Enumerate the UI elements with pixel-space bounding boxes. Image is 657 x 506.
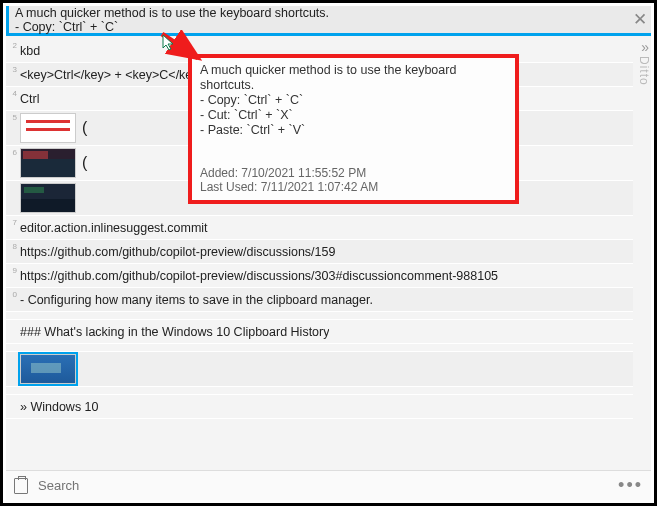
list-item[interactable]: 9https://github.com/github/copilot-previ… bbox=[6, 264, 633, 288]
item-index: 8 bbox=[7, 242, 17, 251]
tooltip-added: Added: 7/10/2021 11:55:52 PM bbox=[200, 166, 378, 180]
bottom-bar: ••• bbox=[6, 470, 651, 500]
expand-icon[interactable]: » bbox=[641, 39, 649, 55]
list-item[interactable]: 0- Configuring how many items to save in… bbox=[6, 288, 633, 312]
item-index: 9 bbox=[7, 266, 17, 275]
app-name-vertical: Ditto bbox=[633, 56, 651, 86]
clip-text: https://github.com/github/copilot-previe… bbox=[20, 245, 335, 259]
menu-icon[interactable]: ••• bbox=[618, 475, 643, 496]
tooltip-line: A much quicker method is to use the keyb… bbox=[200, 63, 507, 93]
list-item[interactable]: ### What's lacking in the Windows 10 Cli… bbox=[6, 320, 633, 344]
tooltip-line: - Paste: `Ctrl` + `V` bbox=[200, 123, 507, 138]
item-index: 4 bbox=[7, 89, 17, 98]
clip-details-tooltip: A much quicker method is to use the keyb… bbox=[188, 54, 519, 204]
close-icon[interactable]: ✕ bbox=[629, 9, 651, 30]
clip-text: <key>Ctrl</key> + <key>C</key> bbox=[20, 68, 206, 82]
item-index: 3 bbox=[7, 65, 17, 74]
spacer bbox=[6, 387, 633, 395]
list-item[interactable] bbox=[6, 352, 633, 387]
clip-text: https://github.com/github/copilot-previe… bbox=[20, 269, 498, 283]
clip-text: » Windows 10 bbox=[20, 400, 99, 414]
selected-clip-header[interactable]: A much quicker method is to use the keyb… bbox=[6, 6, 651, 36]
tooltip-line: - Copy: `Ctrl` + `C` bbox=[200, 93, 507, 108]
clip-text: Ctrl bbox=[20, 92, 39, 106]
clip-thumbnail bbox=[20, 113, 76, 143]
item-index: 2 bbox=[7, 41, 17, 50]
clip-text: ### What's lacking in the Windows 10 Cli… bbox=[20, 325, 329, 339]
clip-text: editor.action.inlinesuggest.commit bbox=[20, 221, 208, 235]
clip-text: ( bbox=[82, 119, 87, 137]
clip-thumbnail bbox=[20, 354, 76, 384]
list-item[interactable]: 8https://github.com/github/copilot-previ… bbox=[6, 240, 633, 264]
selected-clip-text: A much quicker method is to use the keyb… bbox=[9, 4, 629, 36]
list-item[interactable]: 7editor.action.inlinesuggest.commit bbox=[6, 216, 633, 240]
clip-text: ( bbox=[82, 154, 87, 172]
spacer bbox=[6, 344, 633, 352]
tooltip-line: - Cut: `Ctrl` + `X` bbox=[200, 108, 507, 123]
spacer bbox=[6, 312, 633, 320]
clipboard-icon[interactable] bbox=[14, 478, 28, 494]
item-index: 0 bbox=[7, 290, 17, 299]
search-input[interactable] bbox=[38, 478, 618, 493]
item-index: 5 bbox=[7, 113, 17, 122]
clip-thumbnail bbox=[20, 148, 76, 178]
clip-thumbnail bbox=[20, 183, 76, 213]
list-item[interactable]: » Windows 10 bbox=[6, 395, 633, 419]
clip-text: kbd bbox=[20, 44, 40, 58]
item-index: 7 bbox=[7, 218, 17, 227]
item-index: 6 bbox=[7, 148, 17, 157]
clip-text: - Configuring how many items to save in … bbox=[20, 293, 373, 307]
tooltip-lastused: Last Used: 7/11/2021 1:07:42 AM bbox=[200, 180, 378, 194]
